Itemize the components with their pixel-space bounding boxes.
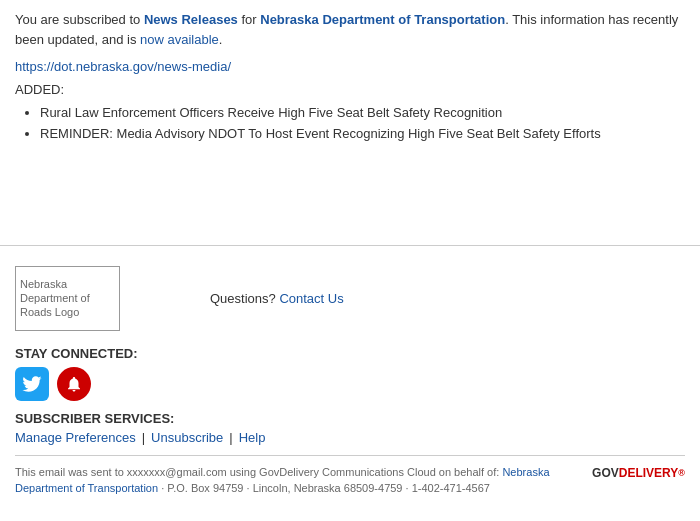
news-list: Rural Law Enforcement Officers Receive H…	[40, 103, 685, 145]
main-content: You are subscribed to News Releases for …	[0, 0, 700, 235]
org-name-footer: Nebraska Department of Transportation	[15, 466, 550, 495]
footer-section: Nebraska Department of Roads Logo Questi…	[0, 256, 700, 507]
now-available-highlight: now available	[140, 32, 219, 47]
logo-box: Nebraska Department of Roads Logo	[15, 266, 120, 331]
footer-legal-text: This email was sent to xxxxxxx@gmail.com…	[15, 464, 582, 497]
questions-block: Questions? Contact Us	[210, 291, 344, 306]
help-link[interactable]: Help	[239, 430, 266, 445]
list-item: REMINDER: Media Advisory NDOT To Host Ev…	[40, 124, 685, 145]
subscriber-links: Manage Preferences | Unsubscribe | Help	[15, 430, 685, 445]
manage-preferences-link[interactable]: Manage Preferences	[15, 430, 136, 445]
added-label: ADDED:	[15, 82, 685, 97]
contact-us-link[interactable]: Contact Us	[279, 291, 343, 306]
stay-connected: STAY CONNECTED:	[15, 346, 685, 401]
subscriber-label: SUBSCRIBER SERVICES:	[15, 411, 685, 426]
govdelivery-delivery: DELIVERY	[619, 466, 679, 480]
twitter-icon[interactable]	[15, 367, 49, 401]
subscriber-services: SUBSCRIBER SERVICES: Manage Preferences …	[15, 411, 685, 445]
registered-mark: ®	[678, 468, 685, 478]
govdelivery-logo: GOVDELIVERY®	[592, 466, 685, 480]
govdelivery-bell-icon[interactable]	[57, 367, 91, 401]
questions-text: Questions?	[210, 291, 276, 306]
unsubscribe-link[interactable]: Unsubscribe	[151, 430, 223, 445]
logo-alt-text: Nebraska Department of Roads Logo	[20, 277, 115, 320]
news-releases-highlight: News Releases	[144, 12, 238, 27]
spacer	[15, 165, 685, 225]
govdelivery-gov: GOV	[592, 466, 619, 480]
list-item: Rural Law Enforcement Officers Receive H…	[40, 103, 685, 124]
pipe-separator-2: |	[229, 430, 232, 445]
pipe-separator-1: |	[142, 430, 145, 445]
footer-top: Nebraska Department of Roads Logo Questi…	[15, 266, 685, 331]
intro-paragraph: You are subscribed to News Releases for …	[15, 10, 685, 49]
stay-connected-label: STAY CONNECTED:	[15, 346, 685, 361]
news-media-link[interactable]: https://dot.nebraska.gov/news-media/	[15, 59, 685, 74]
footer-bottom: This email was sent to xxxxxxx@gmail.com…	[15, 455, 685, 497]
divider	[0, 245, 700, 246]
social-icons	[15, 367, 685, 401]
org-highlight: Nebraska Department of Transportation	[260, 12, 505, 27]
